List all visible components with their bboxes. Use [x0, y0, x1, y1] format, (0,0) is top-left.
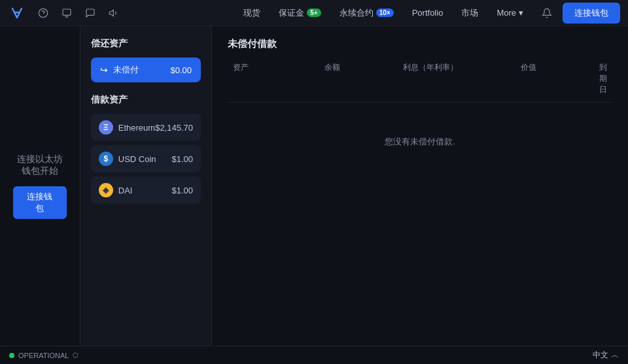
language-selector[interactable]: 中文 ︿	[593, 350, 619, 361]
help-icon[interactable]	[34, 4, 52, 22]
chevron-down-icon: ▾	[519, 8, 523, 18]
nav-perp[interactable]: 永续合约 10×	[332, 5, 402, 22]
svg-point-0	[39, 8, 47, 17]
middle-panel: 偿还资产 ↪ 未偿付 $0.00 借款资产 Ξ Ethereum $2,145.…	[80, 26, 212, 346]
right-panel: 未偿付借款 资产 余额 利息（年利率） 价值 到期日 您没有未偿付借款.	[212, 26, 628, 346]
asset-row-eth[interactable]: Ξ Ethereum $2,145.70	[91, 114, 201, 141]
main-content: 连接以太坊钱包开始 连接钱包 偿还资产 ↪ 未偿付 $0.00 借款资产 Ξ E…	[0, 26, 628, 346]
right-panel-title: 未偿付借款	[228, 38, 612, 50]
borrow-section-title: 借款资产	[91, 94, 201, 106]
svg-marker-2	[109, 10, 113, 16]
connect-wallet-nav-btn[interactable]: 连接钱包	[563, 3, 620, 24]
eth-price: $2,145.70	[155, 123, 193, 133]
empty-state: 您没有未偿付借款.	[228, 103, 612, 181]
asset-row-usdc[interactable]: $ USD Coin $1.00	[91, 145, 201, 173]
col-header-asset: 资产	[233, 62, 324, 95]
nav-more[interactable]: More ▾	[489, 5, 531, 22]
col-header-interest: 利息（年利率）	[403, 62, 521, 95]
nav-portfolio[interactable]: Portfolio	[404, 5, 451, 22]
repay-button[interactable]: ↪ 未偿付 $0.00	[91, 58, 201, 82]
nav-spot[interactable]: 现货	[236, 5, 268, 22]
notification-bell[interactable]	[536, 3, 557, 24]
volume-icon[interactable]	[105, 4, 123, 22]
dai-price: $1.00	[171, 186, 193, 195]
col-header-balance: 余额	[324, 62, 403, 95]
usdc-price: $1.00	[171, 154, 193, 164]
repay-section-title: 偿还资产	[91, 38, 201, 50]
table-header: 资产 余额 利息（年利率） 价值 到期日	[228, 62, 612, 103]
status-dot	[9, 353, 14, 358]
asset-row-dai[interactable]: ◈ DAI $1.00	[91, 176, 201, 204]
lang-label: 中文	[593, 350, 608, 361]
nav-links: 现货 保证金 5+ 永续合约 10× Portfolio 市场 More ▾	[236, 5, 531, 22]
external-link-icon: ⬡	[73, 352, 78, 359]
nav-markets[interactable]: 市场	[453, 5, 486, 22]
logo[interactable]	[8, 4, 26, 22]
nav-icon-group	[34, 4, 123, 22]
repay-label: 未偿付	[113, 64, 139, 76]
arrow-icon: ↪	[100, 65, 108, 75]
status-indicator: OPERATIONAL ⬡	[9, 352, 78, 359]
perp-badge: 10×	[376, 8, 394, 17]
usdc-icon: $	[99, 152, 113, 166]
left-sidebar: 连接以太坊钱包开始 连接钱包	[0, 26, 80, 346]
bottom-bar: OPERATIONAL ⬡ 中文 ︿	[0, 346, 628, 364]
margin-badge: 5+	[307, 8, 321, 17]
sidebar-connect-btn[interactable]: 连接钱包	[13, 186, 67, 219]
repay-amount: $0.00	[170, 65, 192, 75]
eth-name: Ethereum	[118, 123, 155, 133]
col-header-due: 到期日	[599, 62, 607, 95]
nav-margin[interactable]: 保证金 5+	[271, 5, 328, 22]
sidebar-connect-text: 连接以太坊钱包开始	[13, 154, 67, 177]
usdc-name: USD Coin	[118, 154, 156, 164]
dai-name: DAI	[118, 186, 133, 195]
svg-rect-1	[63, 9, 71, 15]
dai-icon: ◈	[99, 183, 113, 197]
chevron-up-icon: ︿	[611, 350, 619, 361]
eth-icon: Ξ	[99, 120, 113, 135]
top-navigation: 现货 保证金 5+ 永续合约 10× Portfolio 市场 More ▾ 连…	[0, 0, 628, 26]
chat-icon[interactable]	[81, 4, 99, 22]
col-header-value: 价值	[521, 62, 599, 95]
status-label: OPERATIONAL	[18, 352, 69, 359]
screen-icon[interactable]	[58, 4, 76, 22]
